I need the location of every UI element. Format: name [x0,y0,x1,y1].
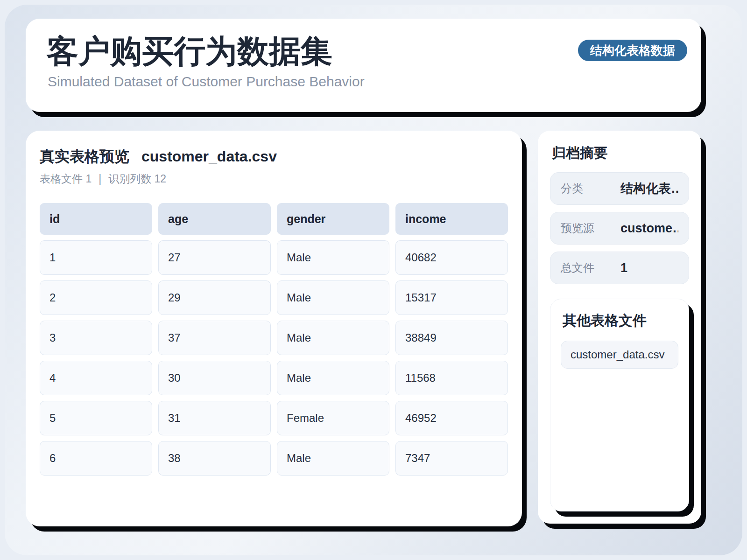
table-cell: 40682 [395,240,508,275]
stat-label: 分类 [561,181,620,196]
meta-column-count: 识别列数 12 [108,172,166,186]
header-card: 结构化表格数据 客户购买行为数据集 Simulated Dataset of C… [26,19,701,112]
column-header-id: id [40,203,152,235]
table-cell: 31 [158,401,271,435]
table-cell: 1 [40,240,152,275]
table-preview-card: 真实表格预览 customer_data.csv 表格文件 1 | 识别列数 1… [26,131,522,526]
archive-summary-card: 归档摘要 分类 结构化表… 预览源 custome… 总文件 1 其他表格文件 … [538,131,701,524]
page-container: 结构化表格数据 客户购买行为数据集 Simulated Dataset of C… [0,0,701,526]
other-files-card: 其他表格文件 customer_data.csv [550,299,689,511]
table-cell: Male [277,280,389,315]
column-header-age: age [158,203,271,235]
table-cell: Male [277,240,389,275]
meta-file-count: 表格文件 1 [40,172,92,186]
meta-separator: | [99,173,101,185]
stat-value: 结构化表… [620,180,678,197]
stat-label: 预览源 [561,221,620,236]
table-cell: 4 [40,361,152,395]
table-cell: 38 [158,441,271,476]
table-cell: 6 [40,441,152,476]
table-cell: Female [277,401,389,435]
table-cell: 37 [158,321,271,355]
table-cell: Male [277,361,389,395]
table-cell: 2 [40,280,152,315]
table-cell: Male [277,441,389,476]
stat-value: 1 [620,261,627,275]
main-row: 真实表格预览 customer_data.csv 表格文件 1 | 识别列数 1… [26,131,701,526]
stat-row-category: 分类 结构化表… [550,172,689,205]
preview-filename: customer_data.csv [141,148,277,165]
data-table: idagegenderincome127Male40682229Male1531… [40,203,508,476]
table-cell: 30 [158,361,271,395]
table-cell: 5 [40,401,152,435]
table-cell: 46952 [395,401,508,435]
column-header-income: income [395,203,508,235]
table-cell: 7347 [395,441,508,476]
file-list-item[interactable]: customer_data.csv [561,341,678,369]
table-cell: 29 [158,280,271,315]
table-cell: 11568 [395,361,508,395]
preview-meta: 表格文件 1 | 识别列数 12 [40,172,508,186]
table-cell: 3 [40,321,152,355]
page-subtitle: Simulated Dataset of Customer Purchase B… [48,74,680,90]
preview-title: 真实表格预览 [40,147,129,167]
table-cell: 38849 [395,321,508,355]
preview-title-row: 真实表格预览 customer_data.csv [40,147,508,167]
stat-value: custome… [620,221,678,236]
table-cell: Male [277,321,389,355]
stat-row-preview-source: 预览源 custome… [550,212,689,245]
files-list: customer_data.csv [561,341,678,369]
category-badge: 结构化表格数据 [578,40,687,61]
column-header-gender: gender [277,203,389,235]
table-cell: 27 [158,240,271,275]
stat-label: 总文件 [561,260,620,275]
other-files-title: 其他表格文件 [563,311,678,330]
table-cell: 15317 [395,280,508,315]
summary-title: 归档摘要 [552,144,689,163]
stat-row-total-files: 总文件 1 [550,252,689,284]
